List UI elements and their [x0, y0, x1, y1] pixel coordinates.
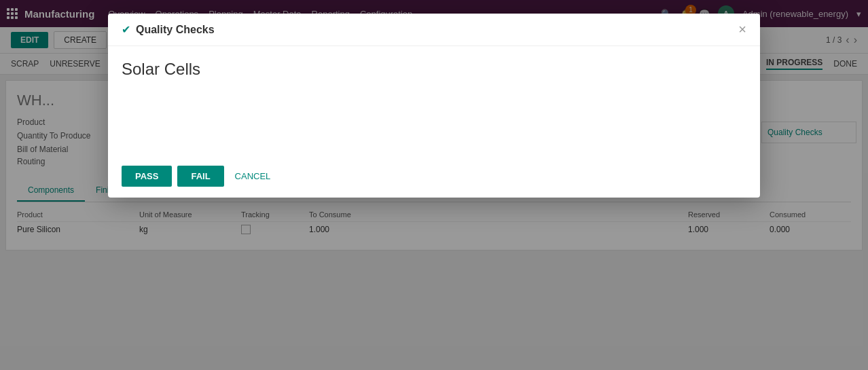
- pass-button[interactable]: PASS: [122, 166, 172, 187]
- cancel-button[interactable]: CANCEL: [230, 166, 276, 187]
- modal-overlay: ✔ Quality Checks × Solar Cells PASS FAIL…: [0, 0, 868, 370]
- modal-icon: ✔: [122, 23, 130, 36]
- quality-checks-modal: ✔ Quality Checks × Solar Cells PASS FAIL…: [108, 14, 760, 198]
- modal-close-button[interactable]: ×: [738, 22, 746, 37]
- modal-title: Quality Checks: [136, 24, 738, 36]
- fail-button[interactable]: FAIL: [177, 166, 223, 187]
- modal-product-name: Solar Cells: [122, 60, 746, 79]
- modal-header: ✔ Quality Checks ×: [108, 14, 760, 46]
- modal-footer: PASS FAIL CANCEL: [108, 155, 760, 198]
- modal-body: Solar Cells: [108, 46, 760, 155]
